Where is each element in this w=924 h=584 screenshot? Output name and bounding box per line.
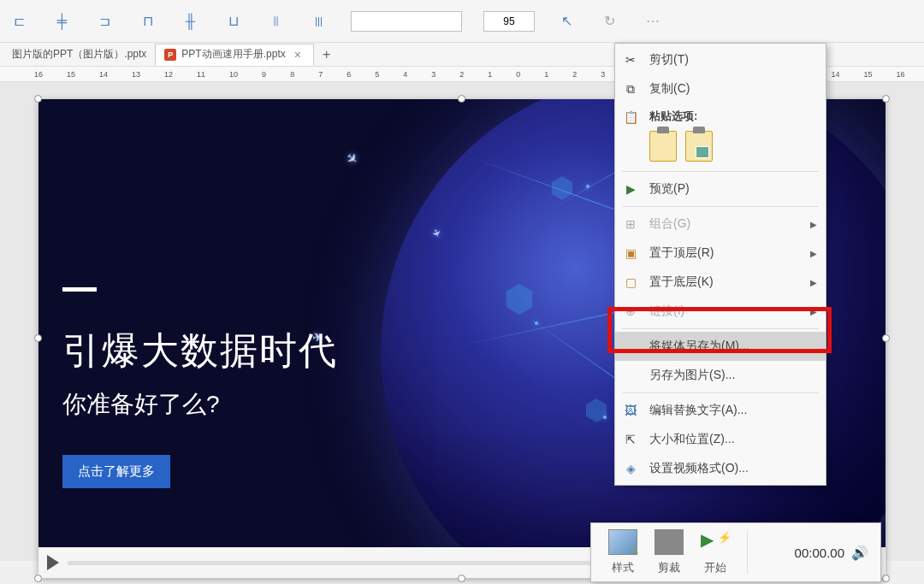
size-icon: ⇱ bbox=[622, 431, 639, 448]
cta-button[interactable]: 点击了解更多 bbox=[62, 455, 170, 488]
copy-icon: ⧉ bbox=[622, 80, 639, 97]
menu-send-back[interactable]: ▢置于底层(K)▶ bbox=[615, 268, 826, 297]
context-menu: ✂剪切(T) ⧉复制(C) 📋粘贴选项: ▶预览(P) ⊞组合(G)▶ ▣置于顶… bbox=[614, 43, 826, 486]
menu-copy[interactable]: ⧉复制(C) bbox=[615, 74, 826, 103]
send-back-icon: ▢ bbox=[622, 274, 639, 291]
alt-text-icon: 🖼 bbox=[622, 402, 639, 419]
menu-alt-text[interactable]: 🖼编辑替换文字(A)... bbox=[615, 396, 826, 425]
menu-paste-label: 📋粘贴选项: bbox=[615, 103, 826, 127]
ribbon-toolbar: ⊏ ╪ ⊐ ⊓ ╫ ⊔ ⫴ ⫼ ↖ ↻ ⋯ bbox=[0, 0, 924, 43]
cursor-icon[interactable]: ↖ bbox=[556, 10, 578, 32]
menu-cut[interactable]: ✂剪切(T) bbox=[615, 45, 826, 74]
align-right-icon[interactable]: ⊐ bbox=[94, 10, 116, 32]
menu-size-position[interactable]: ⇱大小和位置(Z)... bbox=[615, 425, 826, 454]
format-video-icon: ◈ bbox=[622, 460, 639, 477]
resize-handle[interactable] bbox=[34, 575, 42, 582]
slide-subtitle: 你准备好了么? bbox=[62, 388, 338, 421]
start-button[interactable]: ▶⚡ 开始 bbox=[696, 529, 735, 575]
more-icon[interactable]: ⋯ bbox=[642, 10, 663, 32]
link-icon: ⊕ bbox=[622, 303, 639, 320]
submenu-arrow-icon: ▶ bbox=[810, 278, 817, 287]
crop-button[interactable]: 剪裁 bbox=[649, 529, 689, 575]
submenu-arrow-icon: ▶ bbox=[810, 249, 817, 258]
play-button[interactable] bbox=[47, 555, 59, 570]
size-input[interactable] bbox=[483, 11, 535, 32]
align-left-icon[interactable]: ⊏ bbox=[9, 10, 30, 32]
menu-bring-front[interactable]: ▣置于顶层(R)▶ bbox=[615, 239, 826, 268]
paste-option-picture[interactable] bbox=[685, 131, 713, 162]
resize-handle[interactable] bbox=[882, 575, 890, 582]
submenu-arrow-icon: ▶ bbox=[810, 220, 817, 229]
slide-title: 引爆大数据时代 bbox=[62, 326, 338, 376]
resize-handle[interactable] bbox=[882, 95, 890, 103]
menu-preview[interactable]: ▶预览(P) bbox=[615, 174, 826, 204]
cut-icon: ✂ bbox=[622, 51, 639, 68]
resize-handle[interactable] bbox=[34, 95, 42, 103]
align-top-icon[interactable]: ⊓ bbox=[137, 10, 158, 32]
align-bottom-icon[interactable]: ⊔ bbox=[222, 10, 244, 32]
submenu-arrow-icon: ▶ bbox=[810, 307, 817, 316]
align-center-icon[interactable]: ╪ bbox=[51, 10, 73, 32]
style-button[interactable]: ✎ 样式 bbox=[603, 529, 643, 575]
video-tools-panel: ✎ 样式 剪裁 ▶⚡ 开始 00:00.00 🔊 bbox=[590, 522, 881, 582]
replay-icon[interactable]: ↻ bbox=[599, 10, 620, 32]
resize-handle[interactable] bbox=[34, 334, 42, 342]
powerpoint-icon: P bbox=[164, 49, 176, 61]
menu-save-media[interactable]: 将媒体另存为(M)... bbox=[615, 332, 826, 361]
panel-time: 00:00.00 bbox=[795, 546, 844, 560]
add-tab-button[interactable]: + bbox=[314, 47, 339, 62]
menu-link: ⊕链接(I)▶ bbox=[615, 297, 826, 326]
resize-handle[interactable] bbox=[882, 334, 890, 342]
paste-icon: 📋 bbox=[622, 109, 639, 126]
tab-doc1[interactable]: 图片版的PPT（图片版）.pptx bbox=[3, 44, 155, 66]
resize-handle[interactable] bbox=[458, 95, 465, 103]
menu-save-picture[interactable]: 另存为图片(S)... bbox=[615, 361, 826, 390]
title-dash bbox=[62, 287, 97, 292]
distribute-v-icon[interactable]: ⫼ bbox=[308, 10, 329, 32]
align-middle-icon[interactable]: ╫ bbox=[180, 10, 201, 32]
distribute-h-icon[interactable]: ⫴ bbox=[265, 10, 287, 32]
tab-doc2[interactable]: P PPT动画速用手册.pptx × bbox=[155, 44, 314, 66]
menu-group: ⊞组合(G)▶ bbox=[615, 209, 826, 239]
menu-format-video[interactable]: ◈设置视频格式(O)... bbox=[615, 454, 826, 483]
group-icon: ⊞ bbox=[622, 215, 639, 233]
paste-option-default[interactable] bbox=[649, 131, 677, 162]
resize-handle[interactable] bbox=[458, 575, 465, 582]
select-input[interactable] bbox=[351, 11, 462, 32]
play-icon: ▶ bbox=[622, 180, 639, 198]
tab-close-button[interactable]: × bbox=[291, 48, 305, 62]
panel-volume-icon[interactable]: 🔊 bbox=[851, 545, 868, 561]
bring-front-icon: ▣ bbox=[622, 245, 639, 262]
tab-label: PPT动画速用手册.pptx bbox=[181, 47, 285, 62]
tab-label: 图片版的PPT（图片版）.pptx bbox=[12, 47, 146, 62]
